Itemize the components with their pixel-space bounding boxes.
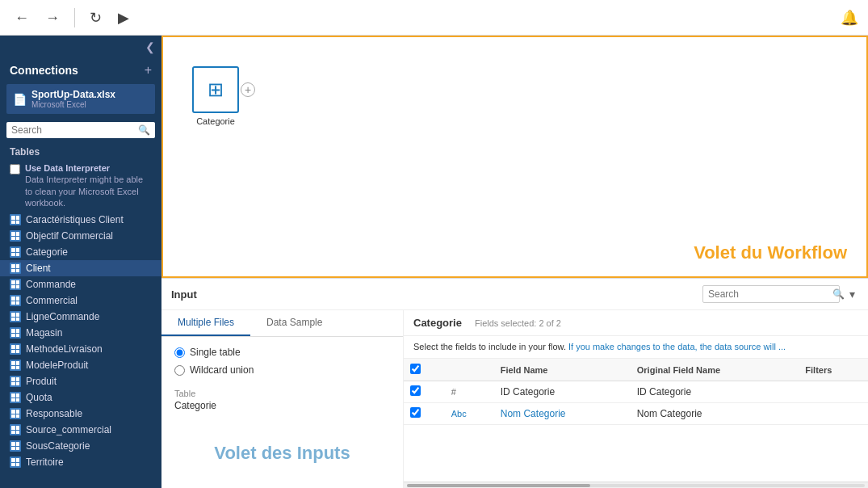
table-item-label: MethodeLivraison bbox=[26, 343, 103, 355]
table-item[interactable]: Magasin bbox=[0, 325, 161, 341]
radio-single-table-label: Single table bbox=[190, 347, 241, 358]
table-item-label: Objectif Commercial bbox=[26, 230, 113, 242]
table-row: # ID Categorie ID Categorie bbox=[404, 381, 868, 403]
grid-icon: ⊞ bbox=[208, 78, 224, 101]
table-item[interactable]: Categorie bbox=[0, 244, 161, 260]
table-section-label: Table bbox=[174, 389, 390, 398]
table-item[interactable]: Objectif Commercial bbox=[0, 228, 161, 244]
table-item[interactable]: Territoire bbox=[0, 454, 161, 470]
sidebar: ❮ Connections + 📄 SportUp-Data.xlsx Micr… bbox=[0, 36, 161, 488]
toolbar: ← → ↻ ▶ 🔔 bbox=[0, 0, 868, 36]
file-item[interactable]: 📄 SportUp-Data.xlsx Microsoft Excel bbox=[6, 84, 155, 114]
content-area: ⊞ + Categorie Volet du Workflow Input 🔍 … bbox=[161, 36, 868, 488]
table-icon bbox=[10, 343, 21, 355]
fields-header: Categorie Fields selected: 2 of 2 bbox=[404, 310, 868, 336]
table-item-active[interactable]: Client bbox=[0, 260, 161, 276]
data-table: Field Name Original Field Name Filters bbox=[404, 359, 868, 425]
workflow-pane-label: Volet du Workflow bbox=[694, 242, 847, 263]
row-filters-cell bbox=[799, 381, 868, 403]
use-data-interpreter-row: Use Data Interpreter Data Interpreter mi… bbox=[0, 159, 161, 212]
horizontal-scrollbar[interactable] bbox=[404, 482, 868, 488]
table-row: Abc Nom Categorie Nom Categorie bbox=[404, 403, 868, 425]
forward-button[interactable]: → bbox=[40, 9, 65, 27]
radio-single-table[interactable]: Single table bbox=[174, 347, 390, 358]
input-search-icon: 🔍 bbox=[832, 288, 845, 300]
play-button[interactable]: ▶ bbox=[113, 9, 134, 27]
select-all-checkbox[interactable] bbox=[410, 364, 421, 374]
workflow-node: ⊞ + Categorie bbox=[192, 66, 239, 126]
row-original-name-cell: Nom Categorie bbox=[631, 403, 799, 425]
table-item-label: LigneCommande bbox=[26, 311, 99, 322]
file-subtype: Microsoft Excel bbox=[31, 100, 115, 109]
sidebar-search-box: 🔍 bbox=[6, 122, 155, 138]
fields-table-container: Field Name Original Field Name Filters bbox=[404, 359, 868, 482]
use-data-description: Data Interpreter might be able to clean … bbox=[25, 175, 143, 208]
tab-data-sample[interactable]: Data Sample bbox=[250, 310, 338, 336]
sidebar-search-input[interactable] bbox=[11, 124, 135, 136]
table-section-value: Categorie bbox=[174, 400, 390, 411]
table-item-label: Magasin bbox=[26, 327, 62, 339]
refresh-button[interactable]: ↻ bbox=[85, 9, 107, 27]
table-icon bbox=[10, 376, 21, 387]
use-data-strong: Use Data Interpreter bbox=[25, 163, 110, 173]
table-header-row: Field Name Original Field Name Filters bbox=[404, 359, 868, 381]
input-pane-title: Input bbox=[171, 288, 696, 301]
radio-wildcard-union[interactable]: Wildcard union bbox=[174, 364, 390, 376]
table-item[interactable]: Commande bbox=[0, 276, 161, 292]
input-tabs: Multiple Files Data Sample bbox=[161, 310, 403, 337]
table-icon bbox=[10, 214, 21, 225]
input-search-input[interactable] bbox=[708, 288, 829, 300]
bell-icon[interactable]: 🔔 bbox=[841, 9, 858, 27]
table-item-label: SousCategorie bbox=[26, 440, 90, 452]
fields-selected: Fields selected: 2 of 2 bbox=[475, 318, 561, 328]
col-type bbox=[445, 359, 494, 381]
table-item[interactable]: Quota bbox=[0, 389, 161, 406]
table-item[interactable]: Source_commercial bbox=[0, 422, 161, 438]
table-icon bbox=[10, 424, 21, 435]
dropdown-chevron-icon[interactable]: ▾ bbox=[846, 288, 858, 301]
table-item[interactable]: MethodeLivraison bbox=[0, 341, 161, 357]
row-checkbox[interactable] bbox=[410, 385, 421, 396]
row-checkbox-cell bbox=[404, 403, 445, 425]
volet-inputs-label: Volet des Inputs bbox=[161, 418, 403, 488]
table-item[interactable]: LigneCommande bbox=[0, 309, 161, 325]
table-item-label: Territoire bbox=[26, 456, 64, 468]
table-item[interactable]: SousCategorie bbox=[0, 438, 161, 454]
tables-label: Tables bbox=[0, 143, 161, 159]
table-list: Caractéristiques Client Objectif Commerc… bbox=[0, 212, 161, 488]
node-add-button[interactable]: + bbox=[241, 82, 255, 97]
scroll-thumb bbox=[407, 484, 590, 487]
table-item[interactable]: Produit bbox=[0, 373, 161, 389]
table-item-label: Source_commercial bbox=[26, 424, 111, 435]
table-icon bbox=[10, 408, 21, 419]
row-checkbox[interactable] bbox=[410, 407, 421, 418]
table-icon bbox=[10, 327, 21, 339]
input-left-panel: Multiple Files Data Sample Single table … bbox=[161, 310, 404, 488]
table-item-label: Commercial bbox=[26, 295, 78, 306]
file-icon: 📄 bbox=[13, 93, 27, 106]
table-item[interactable]: Responsable bbox=[0, 406, 161, 422]
fields-info: Select the fields to include in your flo… bbox=[404, 336, 868, 359]
radio-single-table-input[interactable] bbox=[174, 347, 185, 358]
table-icon bbox=[10, 440, 21, 452]
col-original-field-name: Original Field Name bbox=[631, 359, 799, 381]
table-icon bbox=[10, 246, 21, 258]
add-connection-button[interactable]: + bbox=[145, 63, 152, 78]
row-original-name-cell: ID Categorie bbox=[631, 381, 799, 403]
table-icon bbox=[10, 230, 21, 242]
table-item[interactable]: Caractéristiques Client bbox=[0, 212, 161, 228]
table-item[interactable]: Commercial bbox=[0, 292, 161, 309]
use-data-interpreter-checkbox[interactable] bbox=[10, 164, 20, 175]
radio-group: Single table Wildcard union bbox=[161, 337, 403, 385]
file-name: SportUp-Data.xlsx bbox=[31, 89, 115, 100]
main-layout: ❮ Connections + 📄 SportUp-Data.xlsx Micr… bbox=[0, 36, 868, 488]
table-item[interactable]: ModeleProduit bbox=[0, 357, 161, 373]
table-item-label: Caractéristiques Client bbox=[26, 214, 124, 225]
radio-wildcard-union-input[interactable] bbox=[174, 365, 185, 376]
node-box[interactable]: ⊞ + bbox=[192, 66, 239, 113]
toolbar-divider bbox=[74, 8, 75, 27]
back-button[interactable]: ← bbox=[10, 9, 34, 27]
sidebar-collapse-button[interactable]: ❮ bbox=[0, 36, 161, 58]
chevron-left-icon: ❮ bbox=[145, 40, 155, 53]
tab-multiple-files[interactable]: Multiple Files bbox=[161, 310, 250, 336]
